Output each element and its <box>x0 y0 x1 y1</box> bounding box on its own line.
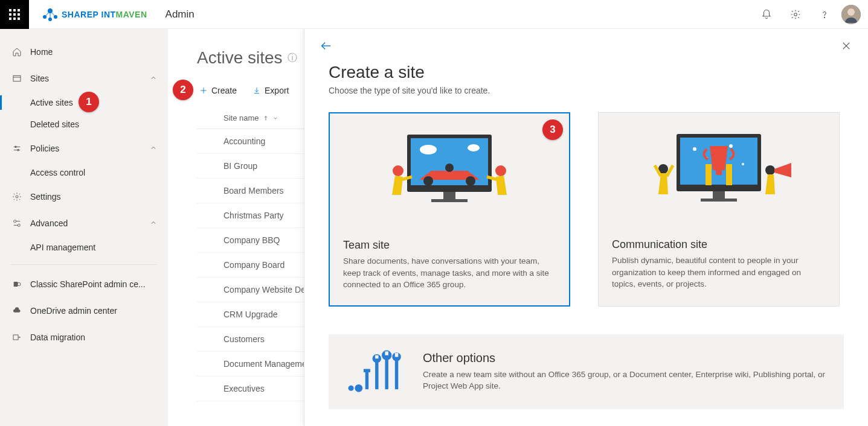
svg-point-53 <box>495 165 506 176</box>
svg-point-32 <box>18 282 21 285</box>
main-content: Active sites ⓘ 2 Create Export Site name… <box>168 29 868 426</box>
user-avatar[interactable] <box>841 5 861 24</box>
svg-point-26 <box>16 196 18 198</box>
close-button[interactable] <box>837 36 856 56</box>
nav-policies[interactable]: Policies <box>0 135 168 162</box>
nav-active-sites-label: Active sites <box>30 98 73 107</box>
other-options-card[interactable]: Other options Create a new team site wit… <box>329 334 844 409</box>
step-badge-3: 3 <box>542 119 563 140</box>
other-options-illustration <box>346 348 406 396</box>
svg-point-57 <box>693 147 696 151</box>
top-bar: SHAREP INTMAVEN Admin <box>0 0 868 29</box>
nav-onedrive-admin-label: OneDrive admin center <box>30 306 117 316</box>
nav-data-migration[interactable]: Data migration <box>0 324 168 351</box>
communication-site-card[interactable]: Communication site Publish dynamic, beau… <box>598 112 840 307</box>
nav-classic-admin[interactable]: Classic SharePoint admin ce... <box>0 271 168 297</box>
svg-rect-76 <box>375 355 378 358</box>
create-button[interactable]: Create <box>197 82 239 99</box>
communication-site-title: Communication site <box>612 238 826 251</box>
gear-icon <box>11 192 23 202</box>
nav-settings[interactable]: Settings <box>0 183 168 210</box>
sidebar: Home Sites Active sites 1 Deleted sites … <box>0 29 168 426</box>
notifications-button[interactable] <box>752 0 781 29</box>
sites-icon <box>11 74 23 83</box>
svg-rect-2 <box>18 9 20 11</box>
svg-rect-46 <box>443 192 455 199</box>
team-site-desc: Share documents, have conversations with… <box>343 255 556 291</box>
nav-advanced[interactable]: Advanced <box>0 210 168 237</box>
brand-text-maven: MAVEN <box>116 10 147 19</box>
bell-icon <box>761 9 772 20</box>
svg-rect-8 <box>18 17 20 20</box>
svg-point-45 <box>468 144 480 151</box>
svg-rect-73 <box>364 369 370 372</box>
close-icon <box>841 40 852 51</box>
svg-rect-62 <box>701 199 737 202</box>
help-icon <box>819 9 830 20</box>
chevron-up-icon <box>150 144 157 153</box>
svg-point-44 <box>420 145 437 154</box>
migration-icon <box>11 332 23 342</box>
svg-rect-79 <box>385 351 388 355</box>
svg-point-27 <box>14 220 16 223</box>
nav-deleted-sites-label: Deleted sites <box>30 119 79 129</box>
svg-rect-64 <box>706 164 712 185</box>
svg-rect-6 <box>9 17 11 20</box>
nav-sites[interactable]: Sites <box>0 65 168 92</box>
info-icon[interactable]: ⓘ <box>288 52 297 65</box>
other-options-title: Other options <box>423 351 827 365</box>
export-button[interactable]: Export <box>250 82 291 99</box>
nav-data-migration-label: Data migration <box>30 332 85 342</box>
nav-api-management[interactable]: API management <box>0 237 168 258</box>
back-button[interactable] <box>317 36 336 56</box>
create-button-label: Create <box>211 86 237 95</box>
nav-policies-label: Policies <box>30 144 59 153</box>
svg-rect-1 <box>13 9 16 11</box>
policies-icon <box>11 144 23 153</box>
svg-rect-47 <box>431 199 468 202</box>
svg-rect-77 <box>385 356 388 389</box>
advanced-icon <box>11 218 23 228</box>
step-badge-2: 2 <box>173 80 193 100</box>
svg-point-49 <box>466 176 475 186</box>
settings-button[interactable] <box>781 0 810 29</box>
waffle-icon <box>9 9 20 20</box>
svg-rect-5 <box>18 13 20 16</box>
svg-line-68 <box>667 165 673 176</box>
panel-subtitle: Choose the type of site you'd like to cr… <box>329 86 844 95</box>
svg-rect-20 <box>13 75 21 81</box>
app-launcher[interactable] <box>0 0 29 29</box>
svg-point-28 <box>18 224 20 226</box>
svg-rect-82 <box>395 353 398 357</box>
nav-advanced-label: Advanced <box>30 218 68 228</box>
page-title-text: Active sites <box>197 48 283 68</box>
nav-divider <box>11 264 157 265</box>
svg-point-71 <box>355 384 362 392</box>
nav-access-control[interactable]: Access control <box>0 162 168 183</box>
svg-line-14 <box>50 11 56 17</box>
step-badge-1: 1 <box>79 92 99 112</box>
nav-home[interactable]: Home <box>0 39 168 65</box>
create-site-panel: Create a site Choose the type of site yo… <box>304 29 868 426</box>
nav-settings-label: Settings <box>30 192 61 202</box>
svg-rect-65 <box>726 164 732 185</box>
svg-point-19 <box>847 8 855 16</box>
chevron-up-icon <box>150 74 157 83</box>
export-button-label: Export <box>265 86 289 95</box>
nav-active-sites[interactable]: Active sites 1 <box>0 92 168 113</box>
arrow-left-icon <box>320 39 333 52</box>
brand-logo[interactable]: SHAREP INTMAVEN <box>41 7 147 22</box>
panel-title: Create a site <box>329 63 844 82</box>
help-button[interactable] <box>810 0 839 29</box>
svg-point-70 <box>349 385 354 390</box>
svg-point-16 <box>794 13 797 16</box>
nav-onedrive-admin[interactable]: OneDrive admin center <box>0 297 168 324</box>
nav-access-control-label: Access control <box>30 168 85 177</box>
svg-rect-80 <box>395 358 398 389</box>
svg-rect-61 <box>713 191 725 199</box>
team-site-card[interactable]: 3 <box>329 112 570 307</box>
nav-deleted-sites[interactable]: Deleted sites <box>0 113 168 135</box>
svg-point-59 <box>729 144 733 148</box>
svg-rect-74 <box>375 361 378 389</box>
home-icon <box>11 47 23 57</box>
